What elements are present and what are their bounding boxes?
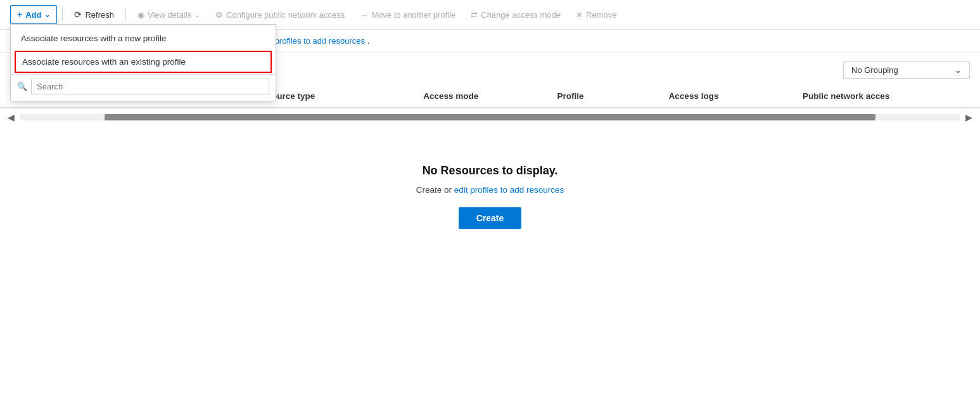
search-icon: 🔍 [17, 82, 27, 91]
chevron-down-icon: ⌄ [44, 11, 50, 19]
scrollbar-track[interactable] [20, 114, 960, 120]
chevron-view-icon: ⌄ [194, 11, 200, 19]
header-profile: Profile [557, 91, 669, 101]
create-button[interactable]: Create [459, 207, 522, 229]
eye-icon: ◉ [137, 10, 144, 20]
remove-label: Remove [586, 10, 616, 20]
scrollbar-row: ◀ ▶ [0, 108, 980, 126]
view-details-button[interactable]: ◉ View details ⌄ [131, 6, 207, 23]
remove-button[interactable]: ✕ Remove [570, 6, 623, 23]
close-icon: ✕ [576, 10, 583, 20]
add-label: Add [25, 10, 41, 20]
view-details-label: View details [148, 10, 191, 20]
header-resource-type: Resource type [256, 91, 423, 101]
configure-label: Configure public network access [226, 10, 345, 20]
add-dropdown[interactable]: + Add ⌄ Associate resources with a new p… [10, 5, 57, 24]
grouping-dropdown[interactable]: No Grouping ⌄ [843, 61, 970, 79]
scroll-left-arrow[interactable]: ◀ [5, 111, 17, 124]
header-access-logs: Access logs [669, 91, 803, 101]
configure-icon: ⚙ [215, 10, 223, 20]
header-access-mode: Access mode [423, 91, 557, 101]
scroll-right-arrow[interactable]: ▶ [963, 111, 975, 124]
edit-profiles-link-2[interactable]: edit profiles to add resources [454, 185, 564, 195]
change-access-button[interactable]: ⇄ Change access mode [464, 6, 567, 23]
change-label: Change access mode [481, 10, 561, 20]
empty-state-title: No Resources to display. [423, 164, 558, 177]
dropdown-search-container: 🔍 [11, 74, 276, 98]
refresh-icon: ⟳ [74, 10, 82, 20]
associate-new-item[interactable]: Associate resources with a new profile [11, 27, 276, 49]
toolbar-separator-2 [125, 8, 126, 21]
refresh-button[interactable]: ⟳ Refresh [68, 6, 120, 23]
grouping-label: No Grouping [851, 65, 898, 75]
scrollbar-thumb [105, 114, 876, 120]
plus-icon: + [17, 10, 22, 20]
header-public-network: Public network acces [803, 91, 970, 101]
add-button[interactable]: + Add ⌄ [10, 5, 57, 24]
configure-button[interactable]: ⚙ Configure public network access [209, 6, 351, 23]
associate-existing-item[interactable]: Associate resources with an existing pro… [15, 51, 272, 73]
empty-state: No Resources to display. Create or edit … [0, 126, 980, 254]
dropdown-search-input[interactable] [31, 79, 269, 94]
empty-state-subtitle: Create or edit profiles to add resources [416, 185, 564, 195]
move-icon: → [360, 10, 368, 20]
move-button[interactable]: → Move to another profile [353, 6, 462, 23]
toolbar: + Add ⌄ Associate resources with a new p… [0, 0, 980, 30]
change-icon: ⇄ [471, 10, 478, 20]
grouping-chevron-icon: ⌄ [955, 65, 962, 75]
refresh-label: Refresh [85, 10, 114, 20]
add-dropdown-menu: Associate resources with a new profile A… [10, 24, 276, 101]
toolbar-separator [62, 8, 63, 21]
move-label: Move to another profile [371, 10, 455, 20]
